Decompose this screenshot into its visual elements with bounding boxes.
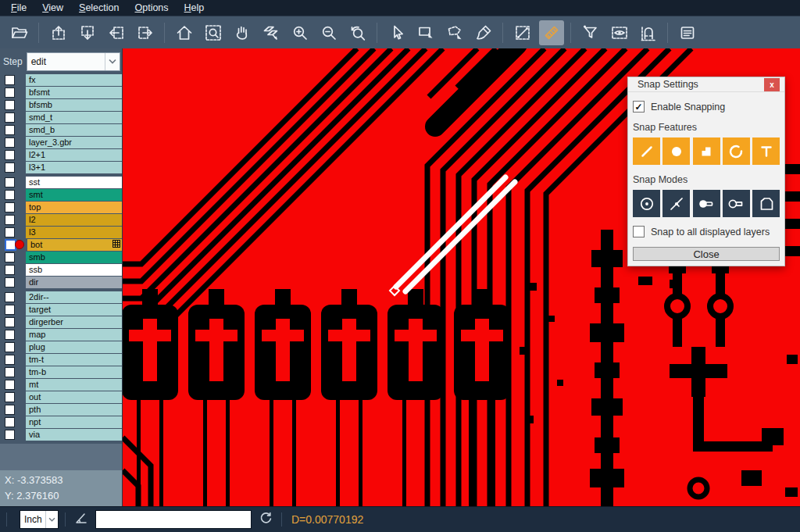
grid-attributes-icon[interactable]	[112, 239, 120, 251]
layers-panel-button[interactable]	[675, 20, 700, 45]
layer-visibility-checkbox[interactable]	[5, 75, 15, 85]
close-button[interactable]: Close	[633, 247, 780, 261]
menu-view[interactable]: View	[34, 2, 71, 14]
snap-feature-text-button[interactable]	[752, 137, 780, 165]
layer-visibility-checkbox[interactable]	[5, 137, 15, 148]
sync-refresh-icon[interactable]	[258, 510, 273, 529]
layer-visibility-checkbox[interactable]	[5, 150, 15, 160]
enable-snapping-checkbox[interactable]: ✓	[633, 101, 645, 112]
snap-mode-pad-slot-outline-button[interactable]	[723, 190, 750, 217]
layer-name[interactable]: fx	[26, 74, 122, 86]
menu-help[interactable]: Help	[177, 2, 212, 14]
box-arrow-left-button[interactable]	[104, 20, 129, 45]
angle-measure-icon[interactable]	[73, 510, 89, 529]
layer-name[interactable]: target	[26, 304, 122, 316]
rect-select-button[interactable]	[413, 20, 438, 45]
snap-feature-arc-button[interactable]	[723, 137, 750, 165]
layer-row[interactable]: smt	[0, 189, 122, 201]
view-region-button[interactable]	[607, 20, 632, 45]
layer-row[interactable]: tm-b	[0, 366, 122, 378]
layer-row[interactable]: smb	[0, 252, 122, 263]
box-arrow-up-button[interactable]	[46, 20, 71, 45]
layer-visibility-checkbox[interactable]	[5, 162, 15, 173]
layer-visibility-checkbox[interactable]	[5, 190, 15, 200]
layer-visibility-checkbox[interactable]	[5, 202, 15, 212]
layer-name[interactable]: smd_b	[26, 124, 122, 136]
measure-points-button[interactable]	[510, 20, 535, 45]
layer-visibility-checkbox[interactable]	[5, 367, 15, 377]
box-arrow-down-button[interactable]	[75, 20, 100, 45]
layer-visibility-checkbox[interactable]	[5, 417, 15, 427]
layer-visibility-checkbox[interactable]	[5, 430, 15, 440]
layer-name[interactable]: 2dir--	[26, 291, 122, 303]
layer-name[interactable]: smd_t	[26, 112, 122, 123]
zoom-in-button[interactable]	[288, 20, 312, 45]
layer-row[interactable]: smd_b	[0, 124, 122, 136]
zoom-out-button[interactable]	[316, 20, 341, 45]
layer-row[interactable]: map	[0, 329, 122, 341]
layer-row[interactable]: 2dir--	[0, 291, 122, 303]
layer-visibility-checkbox[interactable]	[5, 87, 15, 98]
layer-row[interactable]: via	[0, 429, 122, 441]
command-input[interactable]	[95, 510, 252, 529]
layer-row[interactable]: smd_t	[0, 112, 122, 123]
layer-row[interactable]: bfsmt	[0, 87, 122, 98]
layer-visibility-checkbox[interactable]	[5, 277, 15, 287]
layer-name[interactable]: plug	[26, 341, 122, 353]
layer-name[interactable]: dirgerber	[26, 316, 122, 328]
layer-row[interactable]: npt	[0, 416, 122, 428]
menu-options[interactable]: Options	[127, 2, 176, 14]
layer-row[interactable]: l2+1	[0, 149, 122, 161]
snap-magnet-button[interactable]	[636, 20, 661, 45]
layer-visibility-checkbox[interactable]	[5, 330, 15, 340]
snap-mode-closest-point-button[interactable]	[662, 190, 690, 217]
layer-row[interactable]: plug	[0, 341, 122, 353]
measure-ruler-button[interactable]	[539, 20, 564, 45]
layer-visibility-checkbox[interactable]	[5, 252, 15, 262]
layer-visibility-checkbox[interactable]	[5, 305, 15, 315]
layer-visibility-checkbox[interactable]	[5, 342, 15, 352]
layer-name[interactable]: bfsmb	[26, 99, 122, 111]
zoom-window-button[interactable]	[201, 20, 226, 45]
layer-name[interactable]: layer_3.gbr	[26, 137, 122, 148]
layer-name[interactable]: mt	[26, 379, 122, 391]
layer-visibility-checkbox[interactable]	[5, 392, 15, 402]
snap-mode-center-button[interactable]	[633, 190, 660, 217]
poly-select-button[interactable]	[442, 20, 467, 45]
snap-mode-contour-button[interactable]	[752, 190, 780, 217]
layer-visibility-checkbox[interactable]	[5, 112, 15, 123]
layer-name[interactable]: l2+1	[26, 149, 122, 161]
layer-name[interactable]: sst	[26, 177, 122, 188]
snap-feature-pad-button[interactable]	[662, 137, 690, 165]
chevron-down-icon[interactable]	[45, 511, 58, 528]
layer-row[interactable]: target	[0, 304, 122, 316]
layer-visibility-checkbox[interactable]	[5, 125, 15, 135]
layer-name[interactable]: bfsmt	[26, 87, 122, 98]
layer-name[interactable]: pth	[26, 404, 122, 416]
snap-mode-pad-slot-filled-button[interactable]	[693, 190, 720, 217]
layer-visibility-checkbox[interactable]	[5, 215, 15, 225]
dialog-title-bar[interactable]: Snap Settings x	[628, 77, 784, 92]
layer-visibility-checkbox[interactable]	[5, 317, 15, 327]
layer-row[interactable]: top	[0, 202, 122, 213]
layer-name[interactable]: top	[26, 202, 122, 213]
units-select[interactable]: Inch	[20, 510, 59, 529]
layer-name[interactable]: npt	[26, 416, 122, 428]
layer-row[interactable]: pth	[0, 404, 122, 416]
layer-visibility-checkbox[interactable]	[5, 355, 15, 365]
open-file-button[interactable]	[7, 20, 32, 45]
layer-row[interactable]: dir	[0, 277, 122, 288]
layer-name[interactable]: l2	[26, 214, 122, 226]
layer-row[interactable]: bfsmb	[0, 99, 122, 111]
layer-name[interactable]: tm-t	[26, 354, 122, 366]
step-select[interactable]: edit	[27, 52, 120, 71]
layer-row[interactable]: tm-t	[0, 354, 122, 366]
layer-name[interactable]: dir	[26, 277, 122, 288]
layer-name[interactable]: smb	[26, 252, 122, 263]
layer-row[interactable]: sst	[0, 177, 122, 188]
chevron-down-icon[interactable]	[105, 53, 120, 70]
layer-row[interactable]: dirgerber	[0, 316, 122, 328]
layer-name[interactable]: bot	[27, 239, 122, 251]
menu-selection[interactable]: Selection	[71, 2, 127, 14]
box-arrow-right-button[interactable]	[133, 20, 158, 45]
